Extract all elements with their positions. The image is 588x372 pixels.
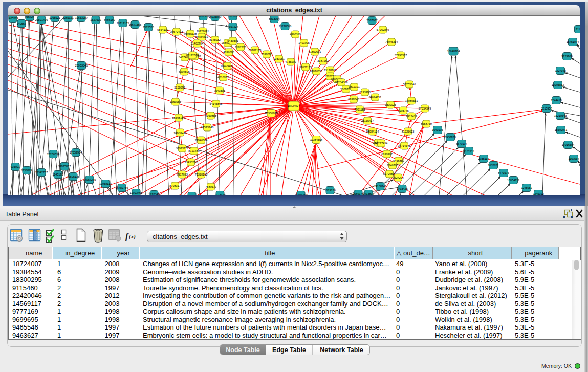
svg-text:16782759: 16782759 xyxy=(116,186,128,189)
svg-text:1117: 1117 xyxy=(576,28,580,31)
svg-text:16191363: 16191363 xyxy=(295,193,307,195)
svg-text:965724: 965724 xyxy=(25,16,34,18)
svg-text:39975857: 39975857 xyxy=(58,165,71,168)
svg-text:7991183: 7991183 xyxy=(354,108,365,111)
svg-text:1031051: 1031051 xyxy=(273,57,284,60)
svg-text:13218506: 13218506 xyxy=(279,25,291,28)
svg-text:1167534: 1167534 xyxy=(568,157,579,160)
svg-text:7182278: 7182278 xyxy=(235,46,246,49)
svg-text:1065521: 1065521 xyxy=(49,16,60,19)
svg-text:6466160: 6466160 xyxy=(104,18,115,21)
svg-text:10122691: 10122691 xyxy=(197,30,209,33)
svg-text:1491905: 1491905 xyxy=(298,41,309,45)
svg-text:73178108: 73178108 xyxy=(324,69,336,72)
svg-text:7632621: 7632621 xyxy=(488,164,498,167)
svg-text:17359934: 17359934 xyxy=(70,151,82,154)
svg-text:935001: 935001 xyxy=(11,165,20,168)
svg-text:7889579: 7889579 xyxy=(205,185,216,188)
svg-text:37672423: 37672423 xyxy=(170,30,183,33)
svg-text:3158692: 3158692 xyxy=(174,86,185,89)
svg-text:4216073: 4216073 xyxy=(217,76,228,79)
svg-text:27354549: 27354549 xyxy=(419,107,431,110)
svg-text:7193745: 7193745 xyxy=(398,109,408,112)
svg-text:20053346: 20053346 xyxy=(75,64,88,67)
svg-text:16648784: 16648784 xyxy=(447,50,460,53)
svg-text:3215958: 3215958 xyxy=(541,107,552,110)
svg-text:7917693: 7917693 xyxy=(177,173,187,176)
svg-text:98084124: 98084124 xyxy=(366,130,379,133)
svg-text:76320163: 76320163 xyxy=(195,173,207,176)
svg-text:0564139: 0564139 xyxy=(157,28,168,31)
svg-text:01429401: 01429401 xyxy=(221,64,233,68)
svg-text:2935114: 2935114 xyxy=(478,157,489,160)
svg-text:37996507: 37996507 xyxy=(395,54,407,57)
svg-text:51462704: 51462704 xyxy=(191,42,203,45)
svg-text:81223623: 81223623 xyxy=(402,130,414,133)
svg-text:12923468: 12923468 xyxy=(130,191,142,194)
svg-text:2260256: 2260256 xyxy=(170,100,181,103)
svg-text:9912419: 9912419 xyxy=(406,115,417,118)
svg-text:5098393: 5098393 xyxy=(261,53,272,56)
svg-text:8708317: 8708317 xyxy=(169,184,180,187)
svg-text:12505135: 12505135 xyxy=(67,175,79,178)
svg-text:6679197: 6679197 xyxy=(456,142,467,145)
svg-text:0330923: 0330923 xyxy=(385,103,396,106)
svg-text:37631165: 37631165 xyxy=(299,65,312,69)
svg-text:17957275: 17957275 xyxy=(83,178,96,181)
svg-text:17016504: 17016504 xyxy=(562,143,574,146)
svg-text:5430391: 5430391 xyxy=(227,39,238,42)
svg-text:7515520: 7515520 xyxy=(143,26,154,29)
svg-text:20891406: 20891406 xyxy=(35,18,48,21)
svg-text:8813054: 8813054 xyxy=(269,17,279,20)
svg-text:6658760: 6658760 xyxy=(421,122,431,125)
svg-text:4738299: 4738299 xyxy=(285,60,296,63)
svg-text:9227343: 9227343 xyxy=(555,69,565,72)
svg-text:15751074: 15751074 xyxy=(567,40,579,43)
svg-text:18724007: 18724007 xyxy=(288,104,300,107)
svg-text:87234309: 87234309 xyxy=(335,81,347,84)
svg-text:4896383: 4896383 xyxy=(223,51,234,54)
svg-text:1773426: 1773426 xyxy=(214,193,225,195)
svg-text:29946804: 29946804 xyxy=(195,139,207,142)
svg-text:57262849: 57262849 xyxy=(377,28,389,31)
svg-text:1603380: 1603380 xyxy=(227,16,238,18)
svg-text:4966319: 4966319 xyxy=(290,33,300,36)
svg-text:20206536: 20206536 xyxy=(47,152,59,156)
svg-text:1405572: 1405572 xyxy=(8,17,18,20)
svg-text:1669176: 1669176 xyxy=(353,192,363,195)
svg-text:7357224: 7357224 xyxy=(227,25,238,28)
svg-text:1145193: 1145193 xyxy=(52,173,63,176)
svg-text:8721489: 8721489 xyxy=(188,149,199,152)
svg-text:8471676: 8471676 xyxy=(498,171,509,174)
svg-text:1244415: 1244415 xyxy=(551,99,561,102)
svg-text:54145868: 54145868 xyxy=(210,102,222,105)
svg-text:34714345: 34714345 xyxy=(398,144,410,147)
svg-text:6690967: 6690967 xyxy=(381,152,392,156)
svg-text:10653287: 10653287 xyxy=(75,16,88,19)
svg-text:14138141: 14138141 xyxy=(374,185,386,188)
svg-text:(x): (x) xyxy=(129,233,136,240)
svg-text:9245052: 9245052 xyxy=(521,186,532,189)
svg-text:140557: 140557 xyxy=(17,22,26,25)
svg-text:25300263: 25300263 xyxy=(265,112,277,115)
svg-text:69784801: 69784801 xyxy=(195,35,208,38)
svg-text:12093832: 12093832 xyxy=(552,83,564,86)
svg-text:10719185: 10719185 xyxy=(117,21,129,25)
svg-text:65648236: 65648236 xyxy=(174,131,186,134)
svg-text:1156829: 1156829 xyxy=(21,169,32,172)
svg-text:1619136: 1619136 xyxy=(324,189,335,192)
svg-text:16671355: 16671355 xyxy=(129,23,141,26)
svg-text:67010651: 67010651 xyxy=(310,70,322,73)
svg-text:25135427: 25135427 xyxy=(361,119,374,122)
svg-text:34624751: 34624751 xyxy=(369,96,381,99)
svg-text:1527602: 1527602 xyxy=(90,18,101,21)
svg-text:10958117: 10958117 xyxy=(99,182,112,185)
svg-text:7346706: 7346706 xyxy=(387,164,398,167)
svg-text:1065321: 1065321 xyxy=(62,16,73,19)
svg-text:36995777: 36995777 xyxy=(176,147,188,150)
svg-text:8148932: 8148932 xyxy=(209,38,220,41)
svg-text:6204505: 6204505 xyxy=(179,70,189,73)
svg-text:1292346: 1292346 xyxy=(148,193,159,195)
svg-text:8938923: 8938923 xyxy=(445,136,455,139)
svg-text:51850671: 51850671 xyxy=(309,50,321,53)
